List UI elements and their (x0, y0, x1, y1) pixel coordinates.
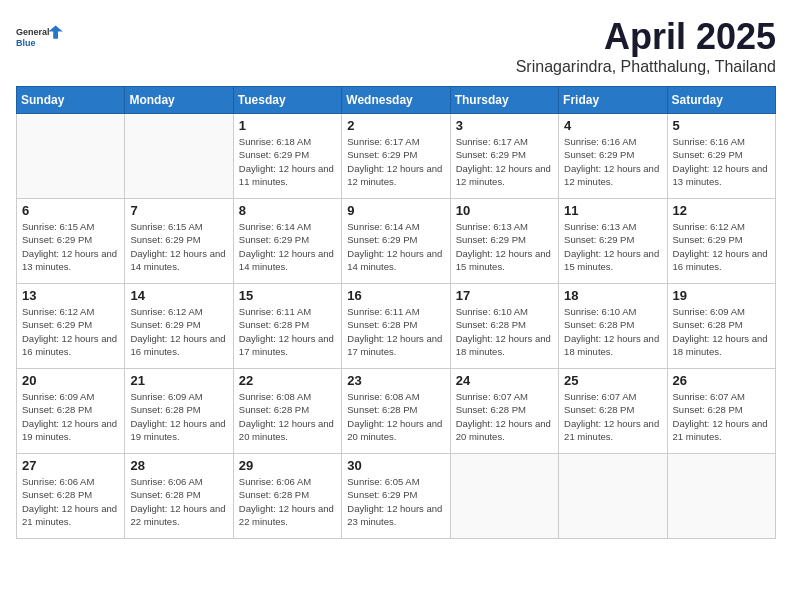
day-info: Sunrise: 6:09 AM Sunset: 6:28 PM Dayligh… (673, 305, 770, 358)
calendar-cell: 24Sunrise: 6:07 AM Sunset: 6:28 PM Dayli… (450, 369, 558, 454)
day-info: Sunrise: 6:17 AM Sunset: 6:29 PM Dayligh… (347, 135, 444, 188)
calendar-table: SundayMondayTuesdayWednesdayThursdayFrid… (16, 86, 776, 539)
calendar-cell: 18Sunrise: 6:10 AM Sunset: 6:28 PM Dayli… (559, 284, 667, 369)
day-info: Sunrise: 6:17 AM Sunset: 6:29 PM Dayligh… (456, 135, 553, 188)
calendar-cell: 2Sunrise: 6:17 AM Sunset: 6:29 PM Daylig… (342, 114, 450, 199)
calendar-cell: 21Sunrise: 6:09 AM Sunset: 6:28 PM Dayli… (125, 369, 233, 454)
calendar-week-row: 20Sunrise: 6:09 AM Sunset: 6:28 PM Dayli… (17, 369, 776, 454)
day-info: Sunrise: 6:05 AM Sunset: 6:29 PM Dayligh… (347, 475, 444, 528)
day-info: Sunrise: 6:09 AM Sunset: 6:28 PM Dayligh… (22, 390, 119, 443)
day-info: Sunrise: 6:09 AM Sunset: 6:28 PM Dayligh… (130, 390, 227, 443)
day-info: Sunrise: 6:10 AM Sunset: 6:28 PM Dayligh… (564, 305, 661, 358)
svg-text:General: General (16, 27, 50, 37)
day-number: 2 (347, 118, 444, 133)
day-number: 15 (239, 288, 336, 303)
day-number: 9 (347, 203, 444, 218)
day-number: 22 (239, 373, 336, 388)
day-number: 25 (564, 373, 661, 388)
calendar-cell: 7Sunrise: 6:15 AM Sunset: 6:29 PM Daylig… (125, 199, 233, 284)
day-number: 24 (456, 373, 553, 388)
svg-text:Blue: Blue (16, 38, 36, 48)
day-number: 29 (239, 458, 336, 473)
day-info: Sunrise: 6:12 AM Sunset: 6:29 PM Dayligh… (673, 220, 770, 273)
logo: General Blue (16, 16, 64, 58)
day-number: 10 (456, 203, 553, 218)
day-number: 27 (22, 458, 119, 473)
calendar-cell: 14Sunrise: 6:12 AM Sunset: 6:29 PM Dayli… (125, 284, 233, 369)
day-info: Sunrise: 6:06 AM Sunset: 6:28 PM Dayligh… (239, 475, 336, 528)
calendar-cell: 16Sunrise: 6:11 AM Sunset: 6:28 PM Dayli… (342, 284, 450, 369)
day-number: 6 (22, 203, 119, 218)
day-number: 11 (564, 203, 661, 218)
calendar-cell: 11Sunrise: 6:13 AM Sunset: 6:29 PM Dayli… (559, 199, 667, 284)
calendar-cell: 13Sunrise: 6:12 AM Sunset: 6:29 PM Dayli… (17, 284, 125, 369)
calendar-cell: 5Sunrise: 6:16 AM Sunset: 6:29 PM Daylig… (667, 114, 775, 199)
calendar-cell: 28Sunrise: 6:06 AM Sunset: 6:28 PM Dayli… (125, 454, 233, 539)
day-number: 30 (347, 458, 444, 473)
calendar-week-row: 6Sunrise: 6:15 AM Sunset: 6:29 PM Daylig… (17, 199, 776, 284)
calendar-cell: 25Sunrise: 6:07 AM Sunset: 6:28 PM Dayli… (559, 369, 667, 454)
calendar-cell: 1Sunrise: 6:18 AM Sunset: 6:29 PM Daylig… (233, 114, 341, 199)
day-info: Sunrise: 6:06 AM Sunset: 6:28 PM Dayligh… (130, 475, 227, 528)
calendar-cell (125, 114, 233, 199)
day-info: Sunrise: 6:07 AM Sunset: 6:28 PM Dayligh… (564, 390, 661, 443)
day-number: 5 (673, 118, 770, 133)
day-info: Sunrise: 6:12 AM Sunset: 6:29 PM Dayligh… (130, 305, 227, 358)
day-number: 14 (130, 288, 227, 303)
day-info: Sunrise: 6:18 AM Sunset: 6:29 PM Dayligh… (239, 135, 336, 188)
day-number: 4 (564, 118, 661, 133)
calendar-cell: 15Sunrise: 6:11 AM Sunset: 6:28 PM Dayli… (233, 284, 341, 369)
calendar-cell (667, 454, 775, 539)
day-number: 1 (239, 118, 336, 133)
day-number: 8 (239, 203, 336, 218)
calendar-cell (450, 454, 558, 539)
weekday-header: Saturday (667, 87, 775, 114)
day-number: 23 (347, 373, 444, 388)
day-number: 18 (564, 288, 661, 303)
weekday-header-row: SundayMondayTuesdayWednesdayThursdayFrid… (17, 87, 776, 114)
day-info: Sunrise: 6:07 AM Sunset: 6:28 PM Dayligh… (456, 390, 553, 443)
calendar-cell (559, 454, 667, 539)
weekday-header: Thursday (450, 87, 558, 114)
calendar-cell: 3Sunrise: 6:17 AM Sunset: 6:29 PM Daylig… (450, 114, 558, 199)
day-number: 20 (22, 373, 119, 388)
day-number: 12 (673, 203, 770, 218)
day-info: Sunrise: 6:13 AM Sunset: 6:29 PM Dayligh… (564, 220, 661, 273)
day-info: Sunrise: 6:14 AM Sunset: 6:29 PM Dayligh… (347, 220, 444, 273)
calendar-week-row: 27Sunrise: 6:06 AM Sunset: 6:28 PM Dayli… (17, 454, 776, 539)
weekday-header: Tuesday (233, 87, 341, 114)
day-info: Sunrise: 6:08 AM Sunset: 6:28 PM Dayligh… (347, 390, 444, 443)
calendar-week-row: 13Sunrise: 6:12 AM Sunset: 6:29 PM Dayli… (17, 284, 776, 369)
month-title: April 2025 (516, 16, 776, 58)
day-info: Sunrise: 6:16 AM Sunset: 6:29 PM Dayligh… (564, 135, 661, 188)
day-info: Sunrise: 6:16 AM Sunset: 6:29 PM Dayligh… (673, 135, 770, 188)
calendar-cell: 23Sunrise: 6:08 AM Sunset: 6:28 PM Dayli… (342, 369, 450, 454)
weekday-header: Sunday (17, 87, 125, 114)
day-info: Sunrise: 6:14 AM Sunset: 6:29 PM Dayligh… (239, 220, 336, 273)
day-info: Sunrise: 6:15 AM Sunset: 6:29 PM Dayligh… (22, 220, 119, 273)
calendar-cell: 27Sunrise: 6:06 AM Sunset: 6:28 PM Dayli… (17, 454, 125, 539)
calendar-cell (17, 114, 125, 199)
day-info: Sunrise: 6:10 AM Sunset: 6:28 PM Dayligh… (456, 305, 553, 358)
day-number: 21 (130, 373, 227, 388)
calendar-cell: 4Sunrise: 6:16 AM Sunset: 6:29 PM Daylig… (559, 114, 667, 199)
calendar-week-row: 1Sunrise: 6:18 AM Sunset: 6:29 PM Daylig… (17, 114, 776, 199)
day-number: 16 (347, 288, 444, 303)
location-title: Srinagarindra, Phatthalung, Thailand (516, 58, 776, 76)
day-info: Sunrise: 6:06 AM Sunset: 6:28 PM Dayligh… (22, 475, 119, 528)
calendar-cell: 29Sunrise: 6:06 AM Sunset: 6:28 PM Dayli… (233, 454, 341, 539)
calendar-cell: 19Sunrise: 6:09 AM Sunset: 6:28 PM Dayli… (667, 284, 775, 369)
day-info: Sunrise: 6:07 AM Sunset: 6:28 PM Dayligh… (673, 390, 770, 443)
calendar-cell: 8Sunrise: 6:14 AM Sunset: 6:29 PM Daylig… (233, 199, 341, 284)
day-info: Sunrise: 6:15 AM Sunset: 6:29 PM Dayligh… (130, 220, 227, 273)
title-area: April 2025 Srinagarindra, Phatthalung, T… (516, 16, 776, 76)
day-info: Sunrise: 6:12 AM Sunset: 6:29 PM Dayligh… (22, 305, 119, 358)
page-header: General Blue April 2025 Srinagarindra, P… (16, 16, 776, 76)
day-number: 13 (22, 288, 119, 303)
calendar-cell: 10Sunrise: 6:13 AM Sunset: 6:29 PM Dayli… (450, 199, 558, 284)
calendar-cell: 22Sunrise: 6:08 AM Sunset: 6:28 PM Dayli… (233, 369, 341, 454)
day-number: 3 (456, 118, 553, 133)
day-number: 26 (673, 373, 770, 388)
day-info: Sunrise: 6:11 AM Sunset: 6:28 PM Dayligh… (239, 305, 336, 358)
calendar-cell: 20Sunrise: 6:09 AM Sunset: 6:28 PM Dayli… (17, 369, 125, 454)
